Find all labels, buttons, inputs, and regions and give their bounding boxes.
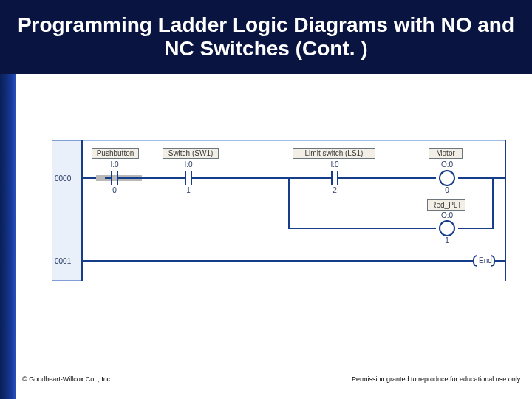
bit-motor: 0: [436, 186, 458, 194]
coil-motor: [436, 170, 458, 186]
bit-sw1: 1: [179, 186, 198, 194]
branch-wire: [288, 228, 436, 229]
addr-sw1: I:0: [179, 160, 198, 168]
tag-pushbutton: Pushbutton: [92, 148, 139, 159]
bit-red-plt: 1: [436, 236, 458, 245]
tag-motor: Motor: [429, 148, 463, 159]
contact-sw1: [179, 171, 198, 185]
contact-pushbutton: [105, 171, 124, 185]
bit-pushbutton: 0: [105, 186, 124, 194]
wire-end-rung: [83, 260, 473, 262]
footer-copyright: © Goodheart-Willcox Co. , Inc.: [22, 375, 112, 383]
addr-motor: O:0: [436, 160, 458, 168]
wire: [458, 177, 505, 179]
end-label: End: [479, 256, 492, 265]
bit-ls1: 2: [325, 186, 344, 194]
addr-red-plt: O:0: [436, 211, 458, 219]
addr-ls1: I:0: [325, 160, 344, 168]
title-banner: Programming Ladder Logic Diagrams with N…: [0, 0, 532, 74]
diagram-top-rule: [81, 140, 506, 141]
slide: Programming Ladder Logic Diagrams with N…: [0, 0, 532, 399]
wire: [344, 177, 436, 179]
addr-pushbutton: I:0: [105, 160, 124, 168]
page-title: Programming Ladder Logic Diagrams with N…: [15, 13, 517, 61]
branch-wire: [458, 228, 494, 229]
tag-sw1: Switch (SW1): [163, 148, 219, 159]
ladder-diagram: 0000 0001 Push: [52, 140, 506, 281]
footer-permission: Permission granted to reproduce for educ…: [352, 375, 522, 383]
rung-number-0: 0000: [55, 174, 71, 183]
branch-right-vertical: [492, 177, 494, 229]
wire: [124, 177, 179, 179]
tag-red-plt: Red_PLT: [427, 200, 466, 211]
right-rail: [505, 140, 506, 281]
coil-red-plt: [436, 220, 458, 236]
branch-left-vertical: [288, 177, 290, 229]
tag-ls1: Limit switch (LS1): [293, 148, 375, 159]
contact-ls1: [325, 171, 344, 185]
wire: [198, 177, 325, 179]
rung-number-1: 0001: [55, 257, 71, 265]
wire: [495, 260, 505, 262]
